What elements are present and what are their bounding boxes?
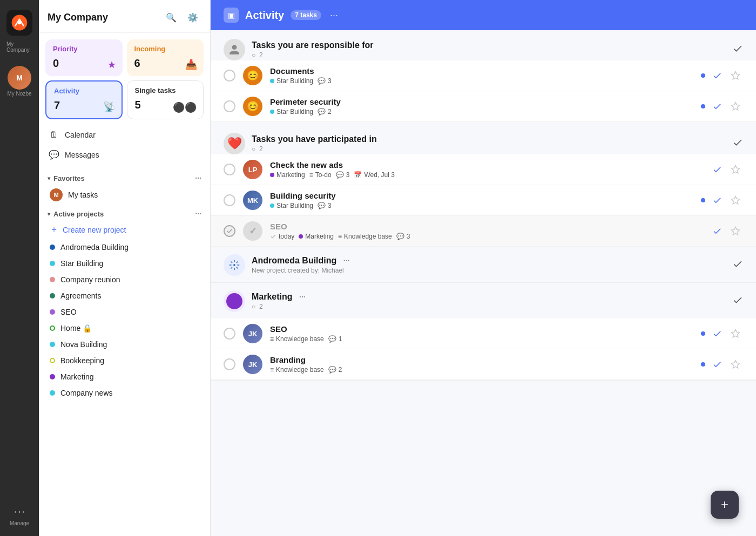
project-item-company-news[interactable]: Company news xyxy=(48,385,201,401)
new-ads-comment-tag: 💬 3 xyxy=(336,171,350,179)
andromeda-more-btn[interactable]: ··· xyxy=(343,256,350,265)
marketing-seo-check-icon[interactable] xyxy=(710,326,725,341)
project-list: Andromeda BuildingStar BuildingCompany r… xyxy=(48,239,201,401)
new-ads-meta: Marketing ≡ To-do 💬 3 📅 Wed, Jul 3 xyxy=(270,171,702,179)
project-item-home[interactable]: Home 🔒 xyxy=(48,320,201,336)
project-item-agreements[interactable]: Agreements xyxy=(48,288,201,304)
seo-checkbox[interactable] xyxy=(224,225,235,237)
branding-task-item[interactable]: JK Branding ≡ Knowledge base 💬 2 xyxy=(211,349,756,380)
responsible-action-icon[interactable] xyxy=(732,43,743,56)
active-projects-more-btn[interactable]: ··· xyxy=(195,209,201,218)
marketing-seo-comment-tag: 💬 1 xyxy=(328,335,342,343)
project-label-andromeda: Andromeda Building xyxy=(60,243,129,252)
main-header-more-btn[interactable]: ··· xyxy=(330,10,338,21)
branding-comment-count: 2 xyxy=(339,366,342,374)
new-ads-star-icon[interactable] xyxy=(728,162,743,177)
manage-btn[interactable]: ⋯ Manage xyxy=(3,501,36,530)
participated-section-info: Tasks you have participated in ○ 2 xyxy=(252,134,377,153)
marketing-action-icon[interactable] xyxy=(732,295,743,308)
building-security-checkbox[interactable] xyxy=(224,194,235,206)
favorites-section-header[interactable]: ▾ Favorites ··· xyxy=(48,169,201,185)
project-item-bookkeeping[interactable]: Bookkeeping xyxy=(48,352,201,369)
messages-label: Messages xyxy=(65,151,99,159)
project-item-andromeda[interactable]: Andromeda Building xyxy=(48,239,201,255)
documents-check-icon[interactable] xyxy=(710,68,725,83)
activity-tile[interactable]: Activity 7 📡 xyxy=(45,80,123,119)
perimeter-star-icon[interactable] xyxy=(728,99,743,114)
messages-nav-item[interactable]: 💬 Messages xyxy=(43,145,206,164)
incoming-tile[interactable]: Incoming 6 📥 xyxy=(127,39,204,76)
branding-name: Branding xyxy=(270,355,693,364)
participated-action-icon[interactable] xyxy=(732,137,743,150)
settings-icon-btn[interactable]: ⚙️ xyxy=(184,9,201,26)
perimeter-checkbox[interactable] xyxy=(224,100,235,112)
manage-icon: ⋯ xyxy=(12,504,27,519)
project-item-marketing[interactable]: Marketing xyxy=(48,369,201,385)
project-label-nova: Nova Building xyxy=(60,340,107,349)
perimeter-project-tag: Star Building xyxy=(270,108,313,116)
my-nozbe-btn[interactable]: M My Nozbe xyxy=(3,63,36,100)
new-ads-task-item[interactable]: LP Check the new ads Marketing ≡ To-do 💬… xyxy=(211,154,756,185)
single-tasks-tile[interactable]: Single tasks 5 ⚫⚫ xyxy=(127,80,204,119)
marketing-more-btn[interactable]: ··· xyxy=(299,293,306,301)
marketing-section-left: Marketing ··· ○ 2 xyxy=(224,290,306,312)
building-security-star-icon[interactable] xyxy=(728,193,743,208)
seo-content: SEO today Marketing ≡ Knowledge base xyxy=(270,222,702,240)
andromeda-action-icon[interactable] xyxy=(732,259,743,272)
perimeter-comment-icon: 💬 xyxy=(318,108,326,116)
single-tasks-tile-icon: ⚫⚫ xyxy=(173,101,197,113)
project-dot-andromeda xyxy=(50,245,55,250)
branding-section-tag: ≡ Knowledge base xyxy=(270,366,324,374)
marketing-project-sub: ○ 2 xyxy=(252,303,306,310)
building-security-task-item[interactable]: MK Building security Star Building 💬 3 xyxy=(211,185,756,216)
seo-name: SEO xyxy=(270,222,702,231)
perimeter-task-item[interactable]: 😊 Perimeter security Star Building 💬 2 xyxy=(211,91,756,122)
documents-comment-tag: 💬 3 xyxy=(318,77,332,85)
branding-star-icon[interactable] xyxy=(728,357,743,372)
building-security-check-icon[interactable] xyxy=(710,193,725,208)
documents-actions xyxy=(701,68,743,83)
active-projects-header[interactable]: ▾ Active projects ··· xyxy=(48,205,201,220)
branding-check-icon[interactable] xyxy=(710,357,725,372)
perimeter-check-icon[interactable] xyxy=(710,99,725,114)
calendar-nav-item[interactable]: 🗓 Calendar xyxy=(43,126,206,144)
marketing-project-name: Marketing ··· xyxy=(252,292,306,302)
main-header-badge: 7 tasks xyxy=(291,10,321,20)
new-ads-name: Check the new ads xyxy=(270,160,702,169)
andromeda-project-section: Andromeda Building ··· New project creat… xyxy=(211,247,756,283)
project-item-nova[interactable]: Nova Building xyxy=(48,336,201,352)
project-dot-company-news xyxy=(50,390,55,396)
new-ads-checkbox[interactable] xyxy=(224,164,235,175)
new-ads-check-icon[interactable] xyxy=(710,162,725,177)
app-logo-btn[interactable]: My Company xyxy=(3,6,36,56)
svg-marker-5 xyxy=(732,196,740,204)
marketing-seo-checkbox[interactable] xyxy=(224,328,235,340)
project-item-company-reunion[interactable]: Company reunion xyxy=(48,272,201,288)
seo-check-icon[interactable] xyxy=(710,223,725,239)
priority-tile-count: 0 xyxy=(53,57,115,70)
documents-task-item[interactable]: 😊 Documents Star Building 💬 3 xyxy=(211,60,756,91)
documents-star-icon[interactable] xyxy=(728,68,743,83)
seo-star-icon[interactable] xyxy=(728,223,743,239)
project-item-star[interactable]: Star Building xyxy=(48,255,201,272)
marketing-seo-task-item[interactable]: JK SEO ≡ Knowledge base 💬 1 xyxy=(211,318,756,349)
main-content: Tasks you are responsible for ○ 2 😊 Docu… xyxy=(211,30,756,536)
my-tasks-label: My tasks xyxy=(68,191,98,199)
search-icon-btn[interactable]: 🔍 xyxy=(163,9,180,26)
project-label-star: Star Building xyxy=(60,259,103,268)
branding-content: Branding ≡ Knowledge base 💬 2 xyxy=(270,355,693,374)
favorites-more-btn[interactable]: ··· xyxy=(195,174,201,182)
fab-button[interactable]: + xyxy=(711,491,739,519)
documents-checkbox[interactable] xyxy=(224,70,235,82)
participated-avatar: ❤️ xyxy=(224,133,245,154)
project-item-seo[interactable]: SEO xyxy=(48,304,201,320)
marketing-seo-star-icon[interactable] xyxy=(728,326,743,341)
create-project-btn[interactable]: ＋ Create new project xyxy=(48,220,201,239)
priority-tile[interactable]: Priority 0 ★ xyxy=(45,39,123,76)
perimeter-meta: Star Building 💬 2 xyxy=(270,108,693,116)
seo-task-item[interactable]: ✓ SEO today Marketing ≡ Knowledge base xyxy=(211,216,756,247)
manage-label: Manage xyxy=(10,520,29,526)
andromeda-project-icon xyxy=(224,254,245,276)
branding-checkbox[interactable] xyxy=(224,358,235,370)
favorites-my-tasks[interactable]: M My tasks xyxy=(48,185,201,205)
